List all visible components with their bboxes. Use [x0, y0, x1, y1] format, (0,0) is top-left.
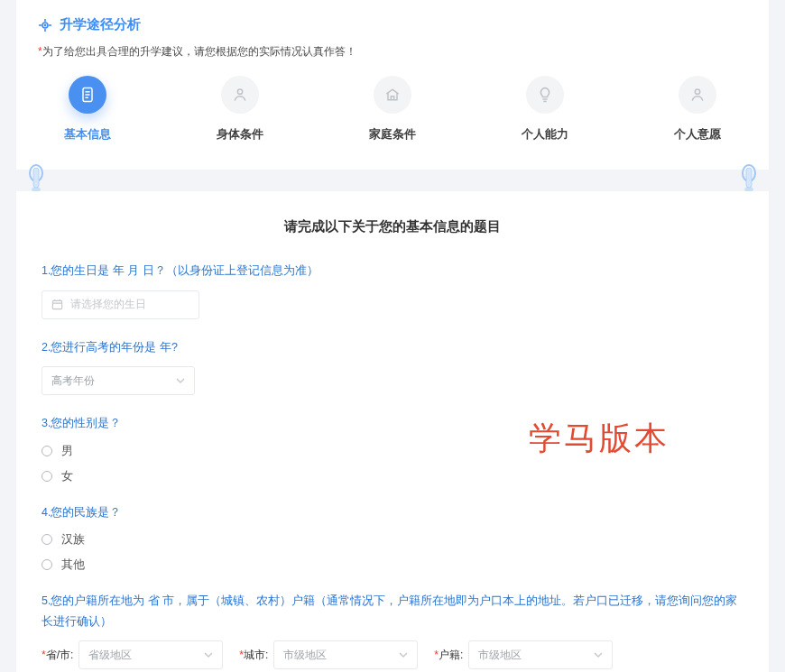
select-placeholder: 高考年份: [51, 373, 95, 389]
chevron-down-icon: [204, 650, 213, 659]
step-tabs: 基本信息 身体条件 家庭条件: [38, 76, 747, 143]
page-title: 升学途径分析: [60, 16, 141, 33]
chevron-down-icon: [594, 650, 603, 659]
radio-label: 女: [61, 468, 73, 484]
question-birthday: 1.您的生日是 年 月 日？（以身份证上登记信息为准） 请选择您的生日: [42, 261, 743, 319]
radio-label: 汉族: [61, 531, 85, 548]
radio-option-other[interactable]: 其他: [42, 557, 743, 573]
field-label: *户籍:: [434, 648, 463, 663]
tab-label: 家庭条件: [356, 126, 429, 143]
radio-label: 其他: [61, 557, 85, 573]
radio-icon: [42, 446, 52, 456]
form-card: 学马版本 请完成以下关于您的基本信息的题目 1.您的生日是 年 月 日？（以身份…: [16, 191, 769, 672]
birthday-input[interactable]: 请选择您的生日: [42, 290, 199, 319]
radio-icon: [42, 559, 52, 570]
tab-basic-info[interactable]: 基本信息: [51, 76, 125, 143]
select-placeholder: 省级地区: [88, 648, 132, 663]
tab-label: 个人意愿: [660, 126, 734, 143]
binder-gap: [11, 170, 774, 191]
tab-family[interactable]: 家庭条件: [356, 76, 429, 143]
tab-label: 个人能力: [508, 126, 582, 143]
svg-point-1: [44, 23, 47, 26]
target-icon: [38, 18, 52, 32]
house-icon: [374, 76, 411, 114]
svg-point-4: [695, 89, 699, 94]
province-group: *省/市: 省级地区: [42, 640, 223, 669]
radio-label: 男: [61, 443, 73, 459]
svg-rect-11: [52, 300, 61, 308]
warning-text: *为了给您出具合理的升学建议，请您根据您的实际情况认真作答！: [38, 44, 747, 60]
tab-label: 基本信息: [51, 126, 125, 143]
tab-ability[interactable]: 个人能力: [508, 76, 582, 143]
select-placeholder: 市级地区: [283, 648, 327, 663]
hukou-group: *户籍: 市级地区: [434, 640, 613, 669]
field-label: *城市:: [239, 648, 268, 663]
question-label: 2.您进行高考的年份是 年?: [42, 337, 743, 358]
field-label: *省/市:: [42, 648, 73, 663]
svg-rect-10: [746, 168, 752, 188]
question-label: 3.您的性别是？: [42, 413, 743, 434]
question-exam-year: 2.您进行高考的年份是 年? 高考年份: [42, 337, 743, 396]
tab-physical[interactable]: 身体条件: [203, 76, 277, 143]
city-select[interactable]: 市级地区: [273, 640, 418, 669]
section-title: 请完成以下关于您的基本信息的题目: [42, 218, 743, 235]
radio-option-male[interactable]: 男: [42, 443, 743, 459]
svg-rect-7: [33, 168, 39, 188]
page-header: 升学途径分析: [38, 16, 747, 33]
question-gender: 3.您的性别是？ 男 女: [42, 413, 743, 484]
lightbulb-icon: [526, 76, 564, 114]
tab-preference[interactable]: 个人意愿: [660, 76, 734, 143]
person-icon: [679, 76, 716, 114]
tab-label: 身体条件: [203, 126, 277, 143]
radio-option-han[interactable]: 汉族: [42, 531, 743, 548]
chevron-down-icon: [176, 376, 185, 385]
select-placeholder: 市级地区: [478, 648, 522, 663]
header-card: 升学途径分析 *为了给您出具合理的升学建议，请您根据您的实际情况认真作答！ 基本…: [16, 0, 769, 170]
radio-option-female[interactable]: 女: [42, 468, 743, 484]
radio-icon: [42, 471, 52, 482]
question-label: 1.您的生日是 年 月 日？（以身份证上登记信息为准）: [42, 261, 743, 281]
chevron-down-icon: [399, 650, 408, 659]
person-icon: [221, 76, 259, 114]
input-placeholder: 请选择您的生日: [70, 297, 146, 312]
calendar-icon: [51, 299, 63, 310]
question-ethnicity: 4.您的民族是？ 汉族 其他: [42, 502, 743, 574]
question-label: 5.您的户籍所在地为 省 市，属于（城镇、农村）户籍（通常情况下，户籍所在地即为…: [42, 591, 743, 631]
document-icon: [69, 76, 106, 114]
question-label: 4.您的民族是？: [42, 502, 743, 523]
hukou-select[interactable]: 市级地区: [468, 640, 613, 669]
radio-icon: [42, 534, 52, 545]
province-select[interactable]: 省级地区: [78, 640, 223, 669]
svg-point-3: [237, 89, 242, 94]
question-hukou: 5.您的户籍所在地为 省 市，属于（城镇、农村）户籍（通常情况下，户籍所在地即为…: [42, 591, 743, 669]
city-group: *城市: 市级地区: [239, 640, 418, 669]
exam-year-select[interactable]: 高考年份: [42, 366, 195, 395]
